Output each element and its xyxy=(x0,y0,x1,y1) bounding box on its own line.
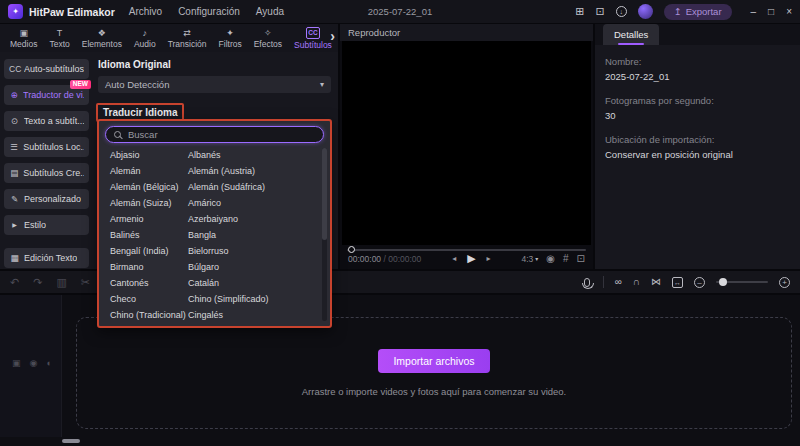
language-row: Bengalí (India) Bielorruso xyxy=(99,243,330,259)
language-option[interactable]: Azerbaiyano xyxy=(188,214,238,224)
language-option[interactable]: Bangla xyxy=(188,230,216,240)
attach-icon[interactable]: ⋈ xyxy=(651,277,661,287)
language-option[interactable]: Armenio xyxy=(110,214,188,224)
language-option[interactable]: Abjasio xyxy=(110,150,188,160)
maximize-button[interactable]: □ xyxy=(768,6,774,17)
search-icon xyxy=(114,131,121,138)
language-dropdown-popup: Buscar Abjasio Albanés Alemán Alemán (Au… xyxy=(97,119,332,328)
layout-icon[interactable]: ⊞ xyxy=(575,6,584,17)
language-option[interactable]: Bengalí (India) xyxy=(110,246,188,256)
language-row: Alemán Alemán (Austria) xyxy=(99,163,330,179)
sidebar-item-texto-a-subtitulos[interactable]: ⊙ Texto a subtít... xyxy=(4,111,89,131)
tab-texto[interactable]: T Texto xyxy=(43,28,75,49)
tab-elementos[interactable]: ❖ Elementos xyxy=(76,28,128,49)
export-button[interactable]: ↥ Exportar xyxy=(664,4,732,20)
next-frame-button[interactable]: ▸ xyxy=(487,255,491,263)
tab-detalles[interactable]: Detalles xyxy=(603,24,659,45)
language-option[interactable]: Cantonés xyxy=(110,278,188,288)
language-option[interactable]: Balinés xyxy=(110,230,188,240)
menu-configuracion[interactable]: Configuración xyxy=(178,6,240,17)
tab-transicion[interactable]: ⇄ Transición xyxy=(162,28,213,49)
language-option[interactable]: Albanés xyxy=(188,150,221,160)
original-language-select[interactable]: Auto Detección ▾ xyxy=(98,76,331,93)
language-option[interactable]: Chino (Tradicional) xyxy=(110,310,188,320)
track-visibility-icon[interactable]: ◉ xyxy=(30,358,38,368)
horizontal-scrollbar-thumb[interactable] xyxy=(62,439,80,443)
link-clips-icon[interactable]: ∞ xyxy=(615,277,622,287)
timeline-zoom-slider[interactable] xyxy=(716,281,768,283)
snapshot-icon[interactable]: ◉ xyxy=(546,254,555,264)
sidebar-item-edicion-texto[interactable]: ▦ Edición Texto xyxy=(4,248,89,268)
ribbon-tabs: ▣ Medios T Texto ❖ Elementos ♪ Audio ⇄ T… xyxy=(0,24,338,52)
text-edit-icon: ▦ xyxy=(9,254,20,263)
zoom-in-icon[interactable]: + xyxy=(779,277,790,288)
chevron-down-icon: ▾ xyxy=(320,80,324,89)
language-option[interactable]: Alemán xyxy=(110,166,188,176)
player-panel: Reproductor 00:00:00 / 00:00:00 ◂ ▶ ▸ 4:… xyxy=(340,24,593,269)
tab-filtros[interactable]: ✦ Filtros xyxy=(213,28,248,49)
video-preview xyxy=(342,41,591,245)
sidebar-item-subtitulos-locales[interactable]: ☰ Subtítulos Loc... xyxy=(4,137,89,157)
undo-icon[interactable]: ↶ xyxy=(10,276,19,289)
sidebar-item-personalizado[interactable]: ✎ Personalizado xyxy=(4,189,89,209)
popup-scrollbar-thumb[interactable] xyxy=(322,148,327,240)
tab-medios[interactable]: ▣ Medios xyxy=(4,28,43,49)
text-icon: T xyxy=(57,28,63,38)
zoom-slider-knob[interactable] xyxy=(719,278,727,286)
toolbar-divider xyxy=(603,276,604,288)
minimize-button[interactable]: – xyxy=(751,6,757,17)
language-option[interactable]: Búlgaro xyxy=(188,262,219,272)
language-row: Balinés Bangla xyxy=(99,227,330,243)
close-button[interactable]: × xyxy=(786,6,792,17)
import-files-button[interactable]: Importar archivos xyxy=(378,349,490,373)
track-lock-icon[interactable]: ▣ xyxy=(12,358,21,368)
fullscreen-icon[interactable]: ⊡ xyxy=(577,254,585,264)
language-search-input[interactable]: Buscar xyxy=(105,126,324,143)
zoom-out-icon[interactable]: – xyxy=(694,277,705,288)
popup-scrollbar[interactable] xyxy=(322,148,327,321)
magnet-snap-icon[interactable]: ∩ xyxy=(633,277,640,287)
more-tabs-chevron-icon[interactable]: › xyxy=(330,28,335,44)
language-option[interactable]: Alemán (Bélgica) xyxy=(110,182,188,192)
microphone-icon[interactable] xyxy=(584,278,590,287)
grid-icon[interactable]: # xyxy=(563,254,569,264)
language-option[interactable]: Catalán xyxy=(188,278,219,288)
local-subtitles-icon: ☰ xyxy=(9,143,19,152)
sidebar-item-estilo[interactable]: ▶ Estilo xyxy=(4,215,89,235)
previous-frame-button[interactable]: ◂ xyxy=(452,255,456,263)
language-row: Alemán (Bélgica) Alemán (Sudáfrica) xyxy=(99,179,330,195)
download-icon[interactable]: ↓ xyxy=(616,6,627,17)
translate-language-label: Traducir Idioma xyxy=(103,107,177,118)
sidebar-item-subtitulos-creados[interactable]: ▤ Subtítulos Cre... xyxy=(4,163,89,183)
language-option[interactable]: Chino (Simplificado) xyxy=(188,294,269,304)
delete-icon[interactable]: ▥ xyxy=(56,276,66,289)
speech-to-text-icon: ⊙ xyxy=(9,117,20,126)
expand-arrow-icon: ▶ xyxy=(9,222,20,228)
media-drop-zone[interactable]: Importar archivos Arrastre o importe vid… xyxy=(76,317,792,429)
elements-icon: ❖ xyxy=(98,28,106,38)
track-mute-icon[interactable]: ◐ xyxy=(46,358,51,368)
language-option[interactable]: Amárico xyxy=(188,198,221,208)
menu-ayuda[interactable]: Ayuda xyxy=(256,6,284,17)
language-option[interactable]: Bielorruso xyxy=(188,246,229,256)
language-option[interactable]: Checo xyxy=(110,294,188,304)
language-option[interactable]: Birmano xyxy=(110,262,188,272)
sidebar-item-auto-subtitulos[interactable]: CC Auto-subtítulos xyxy=(4,59,89,79)
fit-timeline-icon[interactable]: ↔ xyxy=(672,277,683,288)
language-option[interactable]: Alemán (Austria) xyxy=(188,166,255,176)
user-avatar[interactable] xyxy=(638,4,653,19)
media-icon: ▣ xyxy=(19,28,28,38)
language-option[interactable]: Cingalés xyxy=(188,310,223,320)
redo-icon[interactable]: ↷ xyxy=(33,276,42,289)
language-option[interactable]: Alemán (Sudáfrica) xyxy=(188,182,265,192)
tab-audio[interactable]: ♪ Audio xyxy=(128,28,162,49)
split-icon[interactable]: ✂ xyxy=(81,276,90,289)
tab-efectos[interactable]: ✧ Efectos xyxy=(248,28,288,49)
aspect-ratio-select[interactable]: 4:3 ▾ xyxy=(521,254,538,264)
sidebar-item-traductor[interactable]: ⊕ Traductor de vi... NEW xyxy=(4,85,89,105)
menu-archivo[interactable]: Archivo xyxy=(129,6,162,17)
feedback-icon[interactable]: ⊡ xyxy=(595,6,604,17)
import-location-label: Ubicación de importación: xyxy=(605,134,790,145)
play-button[interactable]: ▶ xyxy=(467,252,475,265)
language-option[interactable]: Alemán (Suiza) xyxy=(110,198,188,208)
